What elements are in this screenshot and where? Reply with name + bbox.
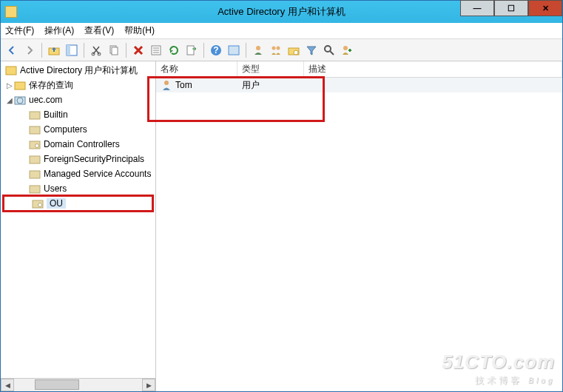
- svg-rect-28: [30, 126, 40, 134]
- toolbar-separator: [41, 43, 42, 58]
- folder-icon: [29, 153, 41, 165]
- copy-button[interactable]: [106, 42, 122, 58]
- up-level-button[interactable]: [46, 42, 62, 58]
- domain-icon: [14, 94, 26, 106]
- tree-label: Active Directory 用户和计算机: [20, 64, 138, 77]
- minimize-icon: —: [473, 4, 482, 13]
- close-button[interactable]: ✕: [528, 0, 562, 16]
- cell-name-text: Tom: [175, 80, 192, 90]
- maximize-button[interactable]: ☐: [494, 0, 528, 16]
- group-icon: [270, 44, 282, 56]
- ad-root-icon: [5, 64, 17, 76]
- export-icon: [186, 44, 198, 56]
- search-icon: [323, 44, 335, 56]
- tree-item-computers[interactable]: Computers: [1, 122, 155, 137]
- tree-label: Users: [44, 183, 67, 194]
- filter-button[interactable]: [303, 42, 320, 58]
- svg-point-22: [343, 46, 348, 50]
- app-window: Active Directory 用户和计算机 — ☐ ✕ 文件(F) 操作(A…: [0, 0, 563, 392]
- tree-item-msa[interactable]: Managed Service Accounts: [1, 166, 155, 181]
- tree-label: OU: [47, 198, 66, 209]
- arrow-left-icon: [6, 44, 18, 56]
- new-ou-button[interactable]: [286, 42, 302, 58]
- properties-icon: [150, 44, 162, 56]
- refresh-button[interactable]: [166, 42, 182, 58]
- tree-item-ou[interactable]: OU: [4, 196, 152, 211]
- svg-rect-27: [30, 112, 40, 119]
- tree-item-builtin[interactable]: Builtin: [1, 107, 155, 122]
- cut-button[interactable]: [88, 42, 104, 58]
- folder-icon: [29, 109, 41, 121]
- tree-item-users[interactable]: Users: [1, 181, 155, 196]
- tree-pane-icon: [66, 44, 78, 56]
- folder-up-icon: [48, 44, 60, 56]
- tree-item-fsp[interactable]: ForeignSecurityPrincipals: [1, 152, 155, 166]
- svg-point-35: [38, 203, 42, 207]
- scroll-track[interactable]: [14, 379, 142, 391]
- tree-hscrollbar[interactable]: ◀ ▶: [1, 378, 155, 391]
- refresh-icon: [168, 44, 180, 56]
- scroll-thumb[interactable]: [35, 379, 79, 390]
- tree-label: Builtin: [44, 109, 68, 120]
- new-user-button[interactable]: [250, 42, 266, 58]
- scissors-icon: [90, 44, 102, 56]
- properties-button[interactable]: [148, 42, 164, 58]
- export-button[interactable]: [183, 42, 200, 58]
- list-body[interactable]: Tom 用户: [156, 78, 562, 391]
- tree-view[interactable]: Active Directory 用户和计算机 ▷ 保存的查询 ◢ uec.co…: [1, 61, 155, 378]
- minimize-button[interactable]: —: [460, 0, 494, 16]
- svg-point-15: [256, 46, 260, 50]
- column-type[interactable]: 类型: [237, 61, 304, 77]
- svg-point-20: [325, 46, 331, 52]
- close-icon: ✕: [542, 4, 549, 13]
- app-icon: [5, 6, 17, 18]
- svg-rect-14: [229, 46, 239, 55]
- list-row-user[interactable]: Tom 用户: [156, 78, 562, 92]
- expander-icon[interactable]: ◢: [5, 96, 14, 104]
- titlebar: Active Directory 用户和计算机 — ☐ ✕: [1, 1, 562, 23]
- tree-pane: Active Directory 用户和计算机 ▷ 保存的查询 ◢ uec.co…: [1, 61, 156, 391]
- list-header: 名称 类型 描述: [156, 61, 562, 78]
- find-button[interactable]: [226, 42, 242, 58]
- scroll-right-button[interactable]: ▶: [142, 379, 155, 391]
- folder-icon: [29, 168, 41, 180]
- delete-button[interactable]: [130, 42, 146, 58]
- tree-item-domain-controllers[interactable]: Domain Controllers: [1, 137, 155, 152]
- column-desc[interactable]: 描述: [304, 61, 562, 77]
- expander-icon[interactable]: ▷: [5, 81, 14, 89]
- help-button[interactable]: ?: [208, 42, 224, 58]
- menu-view[interactable]: 查看(V): [84, 24, 114, 37]
- svg-point-36: [164, 81, 169, 85]
- tree-label: ForeignSecurityPrincipals: [44, 154, 144, 164]
- tree-label: Domain Controllers: [44, 139, 120, 149]
- copy-icon: [108, 44, 120, 56]
- svg-text:?: ?: [213, 45, 218, 55]
- add-to-group-button[interactable]: [339, 42, 355, 58]
- svg-rect-6: [112, 47, 118, 55]
- body-area: Active Directory 用户和计算机 ▷ 保存的查询 ◢ uec.co…: [1, 61, 562, 391]
- arrow-right-icon: [24, 44, 36, 56]
- cell-type: 用户: [237, 79, 304, 92]
- list-pane: 名称 类型 描述 Tom 用户 51CTO.com 技术博客 Blog: [156, 61, 562, 391]
- show-hide-tree-button[interactable]: [64, 42, 80, 58]
- svg-rect-11: [187, 46, 194, 55]
- column-name[interactable]: 名称: [156, 61, 237, 77]
- tree-saved-queries[interactable]: ▷ 保存的查询: [1, 78, 155, 92]
- folder-icon: [14, 79, 26, 91]
- toolbar-separator: [84, 43, 84, 58]
- svg-point-17: [277, 46, 280, 50]
- new-group-button[interactable]: [268, 42, 284, 58]
- menu-help[interactable]: 帮助(H): [124, 24, 155, 37]
- svg-point-30: [36, 144, 39, 148]
- nav-back-button[interactable]: [4, 42, 20, 58]
- user-add-icon: [341, 44, 353, 56]
- search-button[interactable]: [321, 42, 337, 58]
- menu-action[interactable]: 操作(A): [44, 24, 74, 37]
- help-icon: ?: [210, 44, 222, 56]
- tree-root[interactable]: Active Directory 用户和计算机: [1, 63, 155, 78]
- menu-file[interactable]: 文件(F): [5, 24, 34, 37]
- tree-domain[interactable]: ◢ uec.com: [1, 92, 155, 107]
- nav-forward-button[interactable]: [21, 42, 38, 58]
- maximize-icon: ☐: [508, 4, 515, 13]
- scroll-left-button[interactable]: ◀: [1, 379, 14, 391]
